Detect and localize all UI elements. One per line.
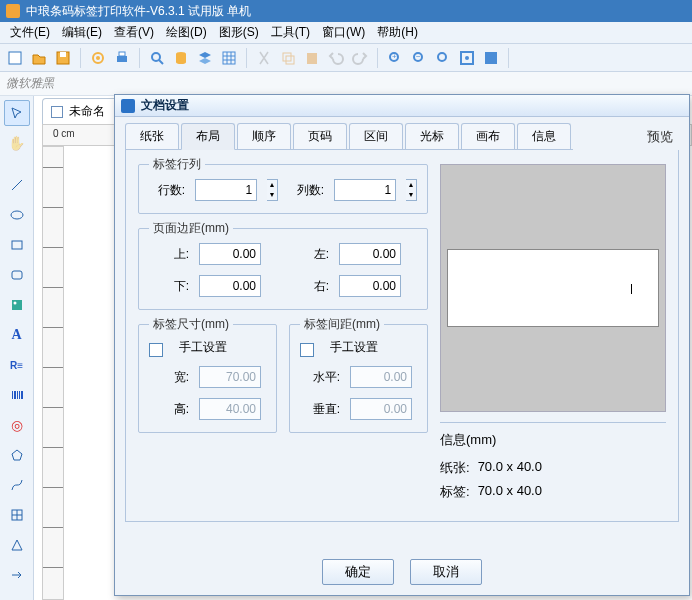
table-tool-icon[interactable] [4, 502, 30, 528]
svg-rect-36 [17, 391, 18, 399]
ruler-vertical [42, 146, 64, 600]
menu-window[interactable]: 窗口(W) [316, 22, 371, 43]
polygon-tool-icon[interactable] [4, 442, 30, 468]
copy-icon[interactable] [277, 47, 299, 69]
fit-screen-icon[interactable] [456, 47, 478, 69]
dialog-titlebar[interactable]: 文档设置 [115, 95, 689, 117]
preview-pane: 信息(mm) 纸张:70.0 x 40.0 标签:70.0 x 40.0 [440, 164, 666, 507]
window-title: 中琅条码标签打印软件-V6.3.1 试用版 单机 [26, 3, 251, 20]
menu-help[interactable]: 帮助(H) [371, 22, 424, 43]
roundrect-tool-icon[interactable] [4, 262, 30, 288]
image-tool-icon[interactable] [4, 292, 30, 318]
tab-cursor[interactable]: 光标 [405, 123, 459, 149]
document-tab[interactable]: 未命名 [42, 98, 120, 124]
line-tool-icon[interactable] [4, 172, 30, 198]
tab-layout[interactable]: 布局 [181, 123, 235, 150]
svg-rect-12 [223, 52, 235, 64]
align-left-icon[interactable] [515, 47, 537, 69]
dialog-title: 文档设置 [141, 97, 189, 114]
ellipse-tool-icon[interactable] [4, 202, 30, 228]
zoom-in-icon[interactable]: + [384, 47, 406, 69]
print-icon[interactable] [111, 47, 133, 69]
dialog-tabs: 纸张 布局 顺序 页码 区间 光标 画布 信息 [125, 123, 573, 150]
group-label-size: 标签尺寸(mm) 手工设置 宽: 高: [138, 324, 277, 433]
triangle-tool-icon[interactable] [4, 532, 30, 558]
svg-rect-18 [286, 56, 294, 64]
pointer-tool-icon[interactable] [4, 100, 30, 126]
grid-icon[interactable] [218, 47, 240, 69]
rows-spinner[interactable]: ▲▼ [267, 179, 278, 201]
tab-page[interactable]: 页码 [293, 123, 347, 149]
svg-point-4 [96, 56, 100, 60]
redo-icon[interactable] [349, 47, 371, 69]
cut-icon[interactable] [253, 47, 275, 69]
barcode-tool-icon[interactable] [4, 382, 30, 408]
menu-shape[interactable]: 图形(S) [213, 22, 265, 43]
svg-text:−: − [416, 52, 421, 61]
menu-edit[interactable]: 编辑(E) [56, 22, 108, 43]
group-label-gap: 标签间距(mm) 手工设置 水平: 垂直: [289, 324, 428, 433]
tab-canvas[interactable]: 画布 [461, 123, 515, 149]
preview-icon[interactable] [146, 47, 168, 69]
zoom-out-icon[interactable]: − [408, 47, 430, 69]
font-family-field[interactable]: 微软雅黑 [6, 75, 54, 92]
window-titlebar: 中琅条码标签打印软件-V6.3.1 试用版 单机 [0, 0, 692, 22]
svg-rect-6 [119, 52, 125, 56]
menu-view[interactable]: 查看(V) [108, 22, 160, 43]
tab-paper[interactable]: 纸张 [125, 123, 179, 149]
qrcode-tool-icon[interactable]: ◎ [4, 412, 30, 438]
margin-right-input[interactable] [339, 275, 401, 297]
fit-width-icon[interactable] [480, 47, 502, 69]
ok-button[interactable]: 确定 [322, 559, 394, 585]
tab-info[interactable]: 信息 [517, 123, 571, 149]
margin-bottom-input[interactable] [199, 275, 261, 297]
richtext-tool-icon[interactable]: R≡ [4, 352, 30, 378]
tab-range[interactable]: 区间 [349, 123, 403, 149]
align-center-icon[interactable] [539, 47, 561, 69]
cancel-button[interactable]: 取消 [410, 559, 482, 585]
svg-line-8 [159, 60, 163, 64]
zoom-reset-icon[interactable] [432, 47, 454, 69]
align-right-icon[interactable] [563, 47, 585, 69]
new-icon[interactable] [4, 47, 26, 69]
svg-rect-34 [12, 391, 13, 399]
svg-rect-2 [60, 52, 66, 57]
svg-line-28 [12, 180, 22, 190]
arrow-tool-icon[interactable] [4, 562, 30, 588]
info-section: 信息(mm) 纸张:70.0 x 40.0 标签:70.0 x 40.0 [440, 422, 666, 507]
rect-tool-icon[interactable] [4, 232, 30, 258]
document-tab-icon [51, 106, 63, 118]
database-icon[interactable] [170, 47, 192, 69]
tools-palette: ✋ A R≡ ◎ [0, 96, 34, 600]
size-manual-checkbox[interactable] [149, 343, 163, 357]
settings-icon[interactable] [87, 47, 109, 69]
rows-input[interactable] [195, 179, 257, 201]
menu-tools[interactable]: 工具(T) [265, 22, 316, 43]
save-icon[interactable] [52, 47, 74, 69]
document-settings-dialog: 文档设置 纸张 布局 顺序 页码 区间 光标 画布 信息 预览 标签行列 行数: [114, 94, 690, 596]
menu-file[interactable]: 文件(E) [4, 22, 56, 43]
curve-tool-icon[interactable] [4, 472, 30, 498]
cols-spinner[interactable]: ▲▼ [406, 179, 417, 201]
svg-rect-0 [9, 52, 21, 64]
menu-bar: 文件(E) 编辑(E) 查看(V) 绘图(D) 图形(S) 工具(T) 窗口(W… [0, 22, 692, 44]
paste-icon[interactable] [301, 47, 323, 69]
text-tool-icon[interactable]: A [4, 322, 30, 348]
svg-point-33 [13, 302, 16, 305]
undo-icon[interactable] [325, 47, 347, 69]
margin-top-input[interactable] [199, 243, 261, 265]
hand-tool-icon[interactable]: ✋ [4, 130, 30, 156]
gap-manual-checkbox[interactable] [300, 343, 314, 357]
svg-point-7 [152, 53, 160, 61]
layers-icon[interactable] [194, 47, 216, 69]
menu-draw[interactable]: 绘图(D) [160, 22, 213, 43]
open-icon[interactable] [28, 47, 50, 69]
svg-rect-37 [19, 391, 20, 399]
svg-rect-17 [283, 53, 291, 61]
dialog-icon [121, 99, 135, 113]
label-width-input [199, 366, 261, 388]
tab-order[interactable]: 顺序 [237, 123, 291, 149]
svg-rect-30 [12, 241, 22, 249]
margin-left-input[interactable] [339, 243, 401, 265]
cols-input[interactable] [334, 179, 396, 201]
